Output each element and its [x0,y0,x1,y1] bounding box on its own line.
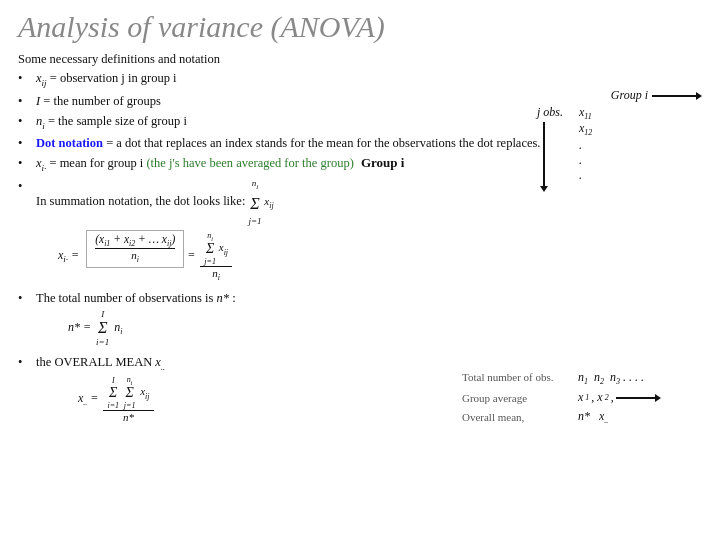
right-annotations: Total number of obs. n1 n2 n3 . . . . Gr… [462,370,702,430]
svg-marker-1 [696,92,702,100]
group-i-arrow-label: Group i [611,88,648,103]
bullet-sum-content: In summation notation, the dot looks lik… [36,177,274,228]
bullet-ni-content: ni = the sample size of group i [36,112,187,133]
bullet-icon: • [18,69,32,87]
j-obs-label: j obs. [537,105,563,120]
bullet-icon: • [18,134,32,152]
x-dots2: . [579,153,592,168]
annot-total-values: n1 n2 n3 . . . . [578,370,644,386]
annot-overall-values: n* x.. [578,409,608,425]
annot-overall-label: Overall mean, [462,410,572,424]
x-values-section: x11 x12 . . . [579,105,592,183]
total-obs-desc: The total number of observations is [36,291,217,305]
xij-desc: = observation j in group i [50,71,177,85]
annot-total-label: Total number of obs. [462,370,572,384]
bullet-xi-content: xi· = mean for group i (the j's have bee… [36,154,404,175]
bullet-xij-content: xij = observation j in group i [36,69,177,90]
xi-var: xi· [36,156,46,170]
I-var: I [36,94,40,108]
total-obs-list: • The total number of observations is n*… [18,289,702,307]
sum-desc: In summation notation, the dot looks lik… [36,194,248,208]
xi-desc-normal: = mean for group i [49,156,146,170]
page-title: Analysis of variance (ANOVA) [18,10,702,44]
overall-mean-content: the OVERALL MEAN x.. [36,353,165,373]
dot-notation-label: Dot notation [36,136,103,150]
n-star: n* [217,291,230,305]
annot-total-obs: Total number of obs. n1 n2 n3 . . . . [462,370,702,386]
annot-overall: Overall mean, n* x.. [462,409,702,425]
xi-formula: xi· = (xi1 + xi2 + … xij) ni = ni Σ j=1 … [58,230,702,282]
bullet-icon: • [18,112,32,130]
sum-formula-inline: ni Σ j=1 xij [248,195,273,207]
annot-group-values: x1, x2, [578,390,661,405]
list-item-total: • The total number of observations is n*… [18,289,702,307]
x11: x11 [579,105,592,121]
bullet-icon: • [18,353,32,371]
I-desc: = the number of groups [43,94,160,108]
bullet-icon: • [18,289,32,307]
annot-group-label: Group average [462,391,572,405]
intro-text: Some necessary definitions and notation [18,52,702,67]
bullet-I-content: I = the number of groups [36,92,161,110]
total-obs-content: The total number of observations is n* : [36,289,236,307]
svg-marker-3 [540,186,548,192]
j-obs-section: j obs. [537,105,563,196]
xi-desc-green: (the j's have been averaged for the grou… [146,156,353,170]
ni-desc: = the sample size of group i [48,114,187,128]
x-dots3: . [579,168,592,183]
xij-var: xij [36,71,47,85]
group-i-inline: Group i [361,155,404,170]
group-avg-arrow [616,392,661,404]
x-dots: . [579,138,592,153]
bullet-icon: • [18,92,32,110]
group-i-arrow-svg [652,90,702,102]
bullet-icon: • [18,177,32,195]
list-item: • xij = observation j in group i [18,69,702,90]
ni-var: ni [36,114,45,128]
n-star-formula: n* = I Σ i=1 ni [68,309,702,347]
group-i-diagram: Group i j obs. x11 x12 . . . [537,88,702,196]
bullet-dot-content: Dot notation = a dot that replaces an in… [36,134,541,152]
svg-marker-5 [655,394,661,402]
annot-group-avg: Group average x1, x2, [462,390,702,405]
dot-desc: = a dot that replaces an index stands fo… [106,136,540,150]
total-obs-colon: : [232,291,235,305]
x-dotdot: x.. [155,355,165,369]
x12: x12 [579,121,592,137]
j-obs-arrow [537,122,551,192]
overall-mean-desc: the OVERALL MEAN [36,355,155,369]
bullet-icon: • [18,154,32,172]
